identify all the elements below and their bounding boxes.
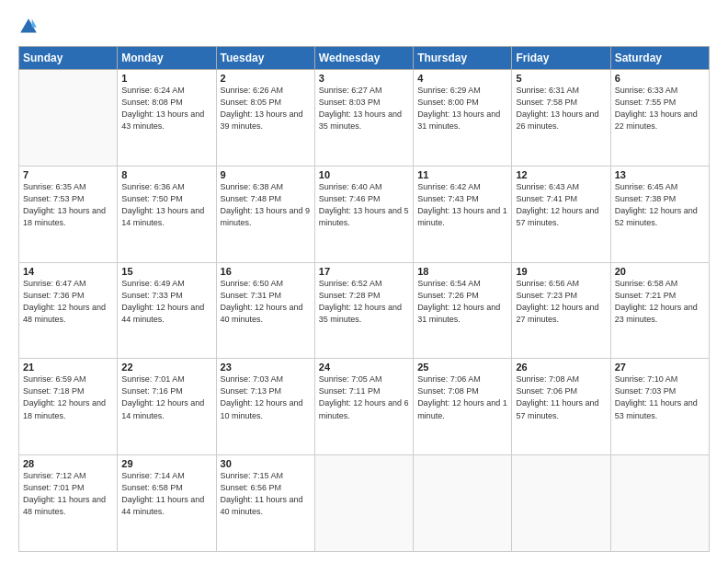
day-number: 22 xyxy=(121,362,211,373)
cell-info: Sunrise: 7:12 AMSunset: 7:01 PMDaylight:… xyxy=(23,470,113,518)
day-number: 24 xyxy=(319,362,409,373)
cell-info: Sunrise: 7:14 AMSunset: 6:58 PMDaylight:… xyxy=(121,470,211,518)
cell-info: Sunrise: 6:42 AMSunset: 7:43 PMDaylight:… xyxy=(417,181,507,229)
day-number: 27 xyxy=(615,362,705,373)
cell-info: Sunrise: 6:38 AMSunset: 7:48 PMDaylight:… xyxy=(221,181,311,229)
day-number: 26 xyxy=(516,362,606,373)
cell-info: Sunrise: 7:05 AMSunset: 7:11 PMDaylight:… xyxy=(319,373,409,421)
weekday-wednesday: Wednesday xyxy=(314,47,413,70)
calendar-cell: 30Sunrise: 7:15 AMSunset: 6:56 PMDayligh… xyxy=(216,455,314,552)
calendar-cell: 16Sunrise: 6:50 AMSunset: 7:31 PMDayligh… xyxy=(216,262,314,359)
cell-info: Sunrise: 6:54 AMSunset: 7:26 PMDaylight:… xyxy=(417,278,507,326)
cell-info: Sunrise: 6:47 AMSunset: 7:36 PMDaylight:… xyxy=(23,278,113,326)
cell-info: Sunrise: 6:27 AMSunset: 8:03 PMDaylight:… xyxy=(319,85,409,132)
cell-info: Sunrise: 6:52 AMSunset: 7:28 PMDaylight:… xyxy=(319,278,409,326)
day-number: 20 xyxy=(615,266,705,277)
weekday-sunday: Sunday xyxy=(19,47,118,70)
week-row-2: 14Sunrise: 6:47 AMSunset: 7:36 PMDayligh… xyxy=(19,262,710,359)
cell-info: Sunrise: 6:26 AMSunset: 8:05 PMDaylight:… xyxy=(221,85,311,132)
cell-info: Sunrise: 6:58 AMSunset: 7:21 PMDaylight:… xyxy=(615,278,705,326)
calendar-cell xyxy=(314,455,413,552)
week-row-4: 28Sunrise: 7:12 AMSunset: 7:01 PMDayligh… xyxy=(19,455,710,552)
calendar-cell: 10Sunrise: 6:40 AMSunset: 7:46 PMDayligh… xyxy=(314,166,413,262)
day-number: 19 xyxy=(516,266,606,277)
calendar-cell: 23Sunrise: 7:03 AMSunset: 7:13 PMDayligh… xyxy=(216,359,314,455)
day-number: 14 xyxy=(23,266,113,277)
day-number: 30 xyxy=(221,458,311,469)
calendar-cell: 19Sunrise: 6:56 AMSunset: 7:23 PMDayligh… xyxy=(512,262,610,359)
calendar-cell: 22Sunrise: 7:01 AMSunset: 7:16 PMDayligh… xyxy=(118,359,216,455)
calendar-cell: 15Sunrise: 6:49 AMSunset: 7:33 PMDayligh… xyxy=(118,262,216,359)
day-number: 21 xyxy=(23,362,113,373)
day-number: 8 xyxy=(121,169,211,180)
day-number: 29 xyxy=(121,458,211,469)
calendar-table: SundayMondayTuesdayWednesdayThursdayFrid… xyxy=(18,46,710,552)
day-number: 11 xyxy=(417,169,507,180)
cell-info: Sunrise: 6:35 AMSunset: 7:53 PMDaylight:… xyxy=(23,181,113,229)
day-number: 7 xyxy=(23,169,113,180)
day-number: 10 xyxy=(319,169,409,180)
calendar-cell xyxy=(512,455,610,552)
calendar-cell xyxy=(19,70,118,167)
day-number: 9 xyxy=(221,169,311,180)
cell-info: Sunrise: 7:15 AMSunset: 6:56 PMDaylight:… xyxy=(221,470,311,518)
logo xyxy=(18,17,40,37)
cell-info: Sunrise: 7:10 AMSunset: 7:03 PMDaylight:… xyxy=(615,373,705,421)
calendar-cell: 8Sunrise: 6:36 AMSunset: 7:50 PMDaylight… xyxy=(118,166,216,262)
cell-info: Sunrise: 6:31 AMSunset: 7:58 PMDaylight:… xyxy=(516,85,606,132)
calendar-cell: 24Sunrise: 7:05 AMSunset: 7:11 PMDayligh… xyxy=(314,359,413,455)
calendar-cell: 12Sunrise: 6:43 AMSunset: 7:41 PMDayligh… xyxy=(512,166,610,262)
cell-info: Sunrise: 6:40 AMSunset: 7:46 PMDaylight:… xyxy=(319,181,409,229)
calendar-cell: 1Sunrise: 6:24 AMSunset: 8:08 PMDaylight… xyxy=(118,70,216,167)
cell-info: Sunrise: 7:08 AMSunset: 7:06 PMDaylight:… xyxy=(516,373,606,421)
day-number: 1 xyxy=(121,73,211,84)
cell-info: Sunrise: 6:29 AMSunset: 8:00 PMDaylight:… xyxy=(417,85,507,132)
cell-info: Sunrise: 7:06 AMSunset: 7:08 PMDaylight:… xyxy=(417,373,507,421)
calendar-cell: 21Sunrise: 6:59 AMSunset: 7:18 PMDayligh… xyxy=(19,359,118,455)
day-number: 23 xyxy=(221,362,311,373)
day-number: 6 xyxy=(615,73,705,84)
week-row-3: 21Sunrise: 6:59 AMSunset: 7:18 PMDayligh… xyxy=(19,359,710,455)
day-number: 5 xyxy=(516,73,606,84)
svg-marker-1 xyxy=(32,18,37,28)
day-number: 16 xyxy=(221,266,311,277)
cell-info: Sunrise: 6:56 AMSunset: 7:23 PMDaylight:… xyxy=(516,278,606,326)
calendar-cell: 25Sunrise: 7:06 AMSunset: 7:08 PMDayligh… xyxy=(414,359,512,455)
cell-info: Sunrise: 6:36 AMSunset: 7:50 PMDaylight:… xyxy=(121,181,211,229)
weekday-tuesday: Tuesday xyxy=(216,47,314,70)
weekday-header-row: SundayMondayTuesdayWednesdayThursdayFrid… xyxy=(19,47,710,70)
cell-info: Sunrise: 6:49 AMSunset: 7:33 PMDaylight:… xyxy=(121,278,211,326)
calendar-cell: 26Sunrise: 7:08 AMSunset: 7:06 PMDayligh… xyxy=(512,359,610,455)
day-number: 17 xyxy=(319,266,409,277)
calendar-page: SundayMondayTuesdayWednesdayThursdayFrid… xyxy=(0,0,728,563)
day-number: 25 xyxy=(417,362,507,373)
calendar-cell: 17Sunrise: 6:52 AMSunset: 7:28 PMDayligh… xyxy=(314,262,413,359)
cell-info: Sunrise: 6:50 AMSunset: 7:31 PMDaylight:… xyxy=(221,278,311,326)
weekday-thursday: Thursday xyxy=(414,47,512,70)
calendar-cell: 27Sunrise: 7:10 AMSunset: 7:03 PMDayligh… xyxy=(610,359,709,455)
day-number: 28 xyxy=(23,458,113,469)
day-number: 12 xyxy=(516,169,606,180)
cell-info: Sunrise: 6:43 AMSunset: 7:41 PMDaylight:… xyxy=(516,181,606,229)
weekday-friday: Friday xyxy=(512,47,610,70)
calendar-cell: 20Sunrise: 6:58 AMSunset: 7:21 PMDayligh… xyxy=(610,262,709,359)
day-number: 13 xyxy=(615,169,705,180)
calendar-cell: 18Sunrise: 6:54 AMSunset: 7:26 PMDayligh… xyxy=(414,262,512,359)
calendar-cell xyxy=(610,455,709,552)
cell-info: Sunrise: 6:59 AMSunset: 7:18 PMDaylight:… xyxy=(23,373,113,421)
calendar-cell: 6Sunrise: 6:33 AMSunset: 7:55 PMDaylight… xyxy=(610,70,709,167)
calendar-cell: 7Sunrise: 6:35 AMSunset: 7:53 PMDaylight… xyxy=(19,166,118,262)
calendar-cell: 4Sunrise: 6:29 AMSunset: 8:00 PMDaylight… xyxy=(414,70,512,167)
header xyxy=(18,17,710,37)
weekday-monday: Monday xyxy=(118,47,216,70)
day-number: 18 xyxy=(417,266,507,277)
calendar-cell: 14Sunrise: 6:47 AMSunset: 7:36 PMDayligh… xyxy=(19,262,118,359)
cell-info: Sunrise: 6:33 AMSunset: 7:55 PMDaylight:… xyxy=(615,85,705,132)
calendar-cell: 29Sunrise: 7:14 AMSunset: 6:58 PMDayligh… xyxy=(118,455,216,552)
day-number: 3 xyxy=(319,73,409,84)
logo-icon xyxy=(18,17,39,37)
calendar-cell: 5Sunrise: 6:31 AMSunset: 7:58 PMDaylight… xyxy=(512,70,610,167)
calendar-cell: 28Sunrise: 7:12 AMSunset: 7:01 PMDayligh… xyxy=(19,455,118,552)
calendar-cell: 3Sunrise: 6:27 AMSunset: 8:03 PMDaylight… xyxy=(314,70,413,167)
cell-info: Sunrise: 7:01 AMSunset: 7:16 PMDaylight:… xyxy=(121,373,211,421)
